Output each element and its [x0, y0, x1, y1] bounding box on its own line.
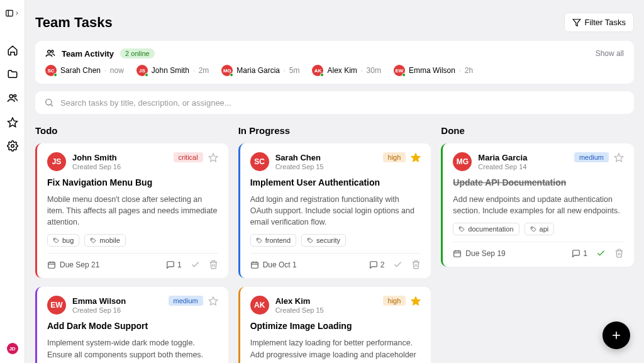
plus-icon — [610, 329, 623, 342]
tag[interactable]: bug — [47, 234, 79, 247]
task-title: Optimize Image Loading — [250, 321, 421, 331]
activity-title: Team Activity — [62, 49, 114, 59]
add-task-fab[interactable] — [602, 321, 630, 349]
search-input[interactable] — [60, 98, 625, 108]
svg-marker-18 — [209, 297, 217, 305]
task-description: Implement system-wide dark mode toggle. … — [47, 337, 218, 360]
svg-marker-11 — [209, 154, 217, 162]
avatar: MG — [221, 65, 233, 76]
svg-point-2 — [9, 94, 13, 98]
check-icon[interactable] — [191, 260, 200, 269]
comments-count[interactable]: 1 — [572, 249, 587, 258]
member-name: Emma Wilson — [409, 66, 455, 75]
star-icon[interactable] — [208, 152, 218, 162]
activity-member[interactable]: MGMaria Garcia·5m — [221, 65, 299, 76]
star-icon[interactable] — [411, 152, 421, 162]
svg-point-3 — [13, 94, 16, 97]
task-title: Update API Documentation — [453, 177, 624, 187]
online-dot — [53, 73, 57, 77]
avatar: MG — [453, 152, 472, 171]
main-content: Team Tasks Filter Tasks Team Activity 2 … — [25, 0, 644, 363]
check-icon[interactable] — [393, 260, 402, 269]
activity-member[interactable]: AKAlex Kim·30m — [312, 65, 380, 76]
star-icon[interactable] — [614, 152, 624, 162]
tag[interactable]: api — [525, 223, 555, 235]
svg-point-7 — [48, 50, 51, 53]
svg-point-12 — [55, 239, 55, 240]
task-description: Add login and registration functionality… — [250, 194, 421, 228]
task-title: Add Dark Mode Support — [47, 321, 218, 331]
tag[interactable]: security — [301, 234, 346, 247]
column-title: Todo — [35, 125, 228, 136]
svg-point-5 — [11, 145, 14, 148]
settings-icon[interactable] — [6, 140, 19, 152]
avatar: SC — [45, 65, 57, 76]
activity-member[interactable]: SCSarah Chen·now — [45, 65, 124, 76]
tag[interactable]: frontend — [250, 234, 296, 247]
users-icon[interactable] — [6, 92, 19, 104]
avatar: JS — [47, 152, 66, 171]
sidebar-toggle[interactable] — [5, 9, 20, 18]
team-activity-panel: Team Activity 2 online Show all SCSarah … — [35, 41, 634, 84]
online-dot — [230, 73, 233, 77]
online-dot — [145, 73, 148, 77]
svg-point-13 — [92, 239, 92, 240]
search-bar[interactable] — [35, 91, 634, 114]
task-card[interactable]: JS John Smith Created Sep 16 critical Fi… — [35, 143, 228, 278]
avatar: AK — [250, 296, 269, 315]
svg-marker-25 — [412, 154, 420, 162]
column-todo: Todo JS John Smith Created Sep 16 critic… — [35, 125, 228, 363]
task-card[interactable]: SC Sarah Chen Created Sep 15 high Implem… — [238, 143, 431, 278]
filter-button[interactable]: Filter Tasks — [564, 13, 635, 32]
created-date: Created Sep 16 — [72, 306, 126, 314]
created-date: Created Sep 15 — [275, 306, 324, 314]
created-date: Created Sep 14 — [478, 163, 527, 170]
folder-icon[interactable] — [6, 68, 19, 81]
task-description: Add new endpoints and update authenticat… — [453, 194, 624, 216]
page-title: Team Tasks — [35, 14, 113, 31]
comments-count[interactable]: 2 — [369, 260, 385, 269]
star-icon[interactable] — [411, 296, 421, 306]
column-title: In Progress — [238, 125, 431, 136]
assignee-name: Maria Garcia — [478, 153, 527, 162]
activity-member[interactable]: JSJohn Smith·2m — [136, 65, 209, 76]
member-ago: 2h — [465, 66, 473, 75]
due-date: Due Sep 19 — [453, 249, 505, 258]
star-icon[interactable] — [208, 296, 218, 306]
show-all-link[interactable]: Show all — [596, 49, 624, 58]
avatar: JS — [136, 65, 148, 76]
priority-badge: high — [383, 296, 406, 306]
users-icon — [45, 48, 55, 59]
star-icon[interactable] — [6, 116, 19, 128]
tag-list: frontendsecurity — [250, 234, 421, 247]
trash-icon[interactable] — [411, 260, 421, 269]
task-title: Implement User Authentication — [250, 177, 421, 187]
svg-rect-28 — [251, 262, 258, 268]
trash-icon[interactable] — [614, 249, 624, 258]
activity-member[interactable]: EWEmma Wilson·2h — [394, 65, 473, 76]
avatar: SC — [250, 152, 269, 171]
sidebar-rail: JD — [0, 0, 25, 363]
task-description: Implement lazy loading for better perfor… — [250, 337, 421, 363]
task-card[interactable]: MG Maria Garcia Created Sep 14 medium Up… — [441, 143, 634, 267]
svg-rect-14 — [48, 262, 55, 268]
home-icon[interactable] — [6, 44, 19, 57]
column-in-progress: In Progress SC Sarah Chen Created Sep 15… — [238, 125, 431, 363]
search-icon — [44, 98, 54, 108]
task-card[interactable]: EW Emma Wilson Created Sep 16 medium Add… — [35, 287, 228, 363]
task-card[interactable]: AK Alex Kim Created Sep 15 high Optimize… — [238, 287, 431, 363]
member-ago: 2m — [199, 66, 209, 75]
online-dot — [402, 73, 406, 77]
trash-icon[interactable] — [209, 260, 218, 269]
task-description: Mobile menu doesn't close after selectin… — [47, 194, 218, 228]
tag[interactable]: mobile — [84, 234, 125, 247]
member-name: Alex Kim — [327, 66, 357, 75]
member-ago: 30m — [367, 66, 381, 75]
filter-icon — [572, 18, 581, 27]
tag[interactable]: documentation — [453, 223, 519, 235]
check-icon[interactable] — [596, 249, 606, 258]
tag-list: bugmobile — [47, 234, 218, 247]
user-avatar[interactable]: JD — [7, 343, 18, 354]
svg-marker-39 — [614, 154, 623, 162]
comments-count[interactable]: 1 — [166, 260, 182, 269]
